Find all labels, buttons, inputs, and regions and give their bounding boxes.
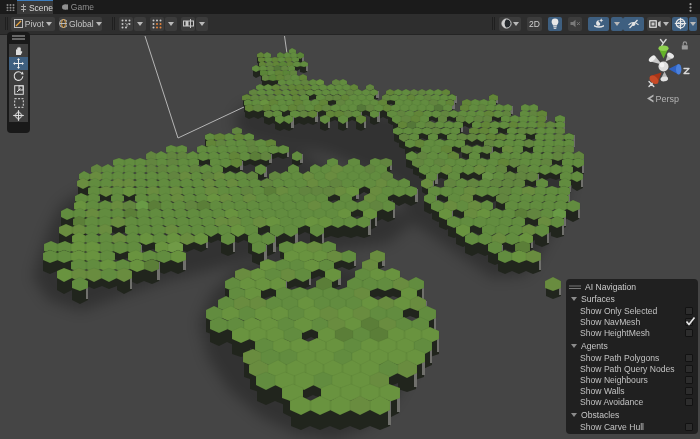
svg-text:Y: Y <box>125 21 129 27</box>
svg-text:Persp: Persp <box>656 94 680 104</box>
